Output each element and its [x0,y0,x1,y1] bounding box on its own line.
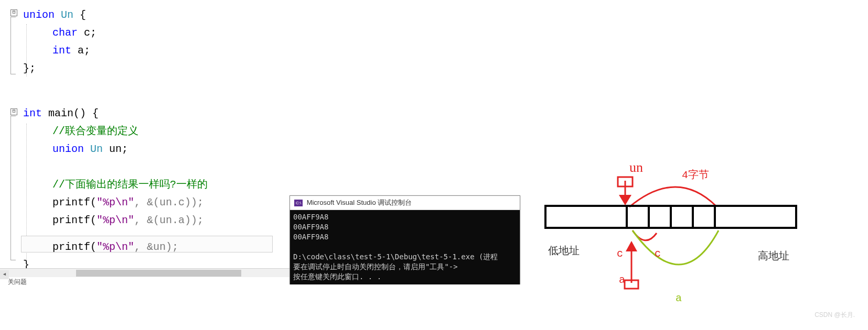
svg-marker-7 [619,195,631,205]
kw-char: char [52,27,78,39]
rest-2: , &(un.a)); [134,214,203,226]
console-title-text: Microsoft Visual Studio 调试控制台 [307,199,412,206]
printf-2: printf( [52,214,97,226]
kw-int: int [52,45,71,57]
str-1: "%p\n" [97,196,134,208]
close-brace: }; [23,62,36,74]
watermark: CSDN @长月. [815,311,855,320]
svg-rect-0 [545,206,627,228]
memory-diagram: un 4字节 低地址 高地址 c c a a [540,157,865,314]
svg-rect-5 [715,206,796,228]
svg-rect-4 [693,206,715,228]
kw-union2: union [52,143,84,155]
kw-int-main: int [23,107,42,119]
label-4bytes: 4字节 [682,169,709,181]
kw-union: union [23,9,55,21]
code-editor[interactable]: union Un { char c; int a; }; int main() … [0,0,294,278]
debug-console-window[interactable]: C:\ Microsoft Visual Studio 调试控制台 00AFF9… [290,195,520,284]
label-a2: a [676,292,682,304]
label-c2: c [655,248,661,260]
scroll-thumb[interactable] [76,270,241,277]
main-sig: main() { [42,107,99,119]
label-a1: a [619,274,625,286]
label-un: un [629,160,643,175]
rest-3: , &un); [134,241,178,253]
console-title-bar[interactable]: C:\ Microsoft Visual Studio 调试控制台 [290,196,520,210]
var-c: c; [78,27,97,39]
label-c1: c [617,248,623,260]
svg-rect-2 [649,206,671,228]
vs-icon: C:\ [294,200,303,206]
svg-rect-1 [627,206,649,228]
var-a: a; [71,45,90,57]
bottom-tab[interactable]: 关问题 [8,278,27,287]
var-un: un; [103,143,128,155]
type-un2: Un [84,143,103,155]
console-output: 00AFF9A8 00AFF9A8 00AFF9A8 D:\code\class… [290,210,520,284]
str-2: "%p\n" [97,214,134,226]
label-high-addr: 高地址 [758,250,789,262]
printf-1: printf( [52,196,97,208]
comment-2: //下面输出的结果一样吗?一样的 [52,179,208,191]
printf-3: printf( [52,241,97,253]
rest-1: , &(un.c)); [134,196,203,208]
comment-1: //联合变量的定义 [52,125,138,137]
diagram-svg: un 4字节 低地址 高地址 c c a a [540,157,865,314]
label-low-addr: 低地址 [548,245,580,257]
svg-rect-3 [671,206,693,228]
svg-marker-10 [626,241,637,251]
str-3: "%p\n" [97,241,134,253]
type-un: Un [61,9,73,21]
brace: { [73,9,86,21]
